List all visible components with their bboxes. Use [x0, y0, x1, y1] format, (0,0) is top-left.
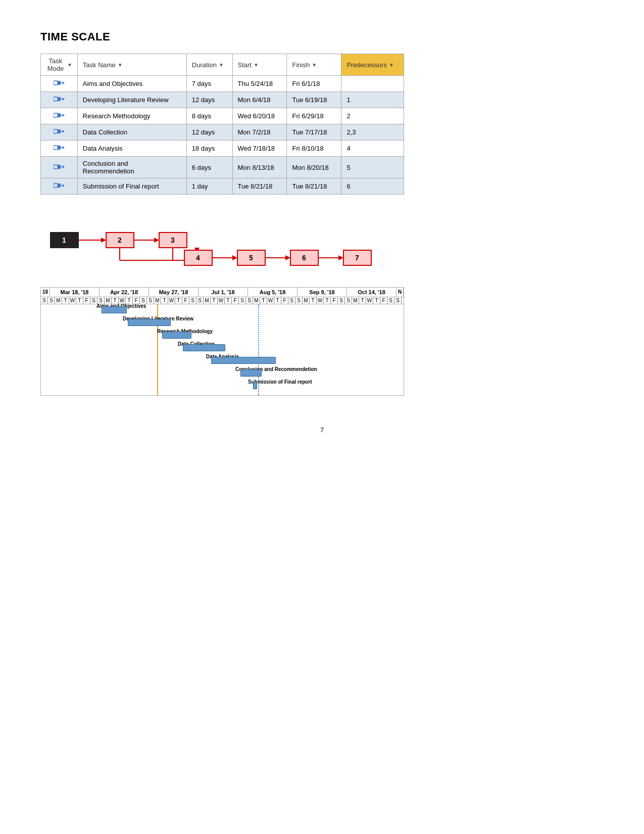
gantt-day-cell: S	[288, 297, 295, 304]
task-duration: 8 days	[186, 108, 232, 124]
gantt-day-cell: T	[175, 297, 182, 304]
task-predecessors: 6	[341, 178, 404, 195]
gantt-bar	[240, 369, 262, 377]
gantt-period-header-row: 18 Mar 18, '18 Apr 22, '18 May 27, '18 J…	[41, 288, 404, 297]
task-start: Tue 8/21/18	[232, 178, 287, 195]
gantt-day-cell: W	[69, 297, 76, 304]
page-title: TIME SCALE	[40, 30, 604, 43]
gantt-bar	[211, 357, 276, 364]
svg-marker-35	[154, 238, 159, 243]
col-header-finish[interactable]: Finish ▼	[287, 54, 341, 76]
task-name: Conclusion and Recommendetion	[77, 157, 186, 178]
gantt-day-cell: F	[182, 297, 189, 304]
gantt-day-cell: S	[41, 297, 48, 304]
svg-text:6: 6	[302, 254, 306, 262]
task-mode-icon	[54, 163, 65, 171]
gantt-day-cell: T	[225, 297, 232, 304]
task-name-dropdown-icon[interactable]: ▼	[118, 62, 123, 68]
gantt-period-sep: Sep 9, '18	[298, 288, 347, 297]
finish-dropdown-icon[interactable]: ▼	[312, 62, 317, 68]
task-start: Mon 6/4/18	[232, 92, 287, 108]
task-name: Research Methodology	[77, 108, 186, 124]
gantt-day-cell: S	[387, 297, 394, 304]
svg-rect-12	[54, 129, 58, 133]
task-mode-icon	[54, 111, 65, 119]
svg-rect-1	[58, 81, 61, 85]
gantt-bar	[162, 332, 191, 339]
gantt-task-row: Submission of Final report	[41, 380, 404, 391]
gantt-body: Aims and ObjectivesDeveloping Literature…	[41, 304, 404, 395]
svg-text:3: 3	[171, 236, 175, 244]
gantt-day-cell: M	[303, 297, 310, 304]
gantt-day-header-row: SSMTWTFSSMTWTFSSMTWTFSSMTWTFSSMTWTFSSMTW…	[41, 297, 404, 304]
svg-rect-24	[54, 183, 58, 188]
task-predecessors	[341, 76, 404, 92]
gantt-period-18: 18	[41, 288, 50, 297]
gantt-day-cell: T	[359, 297, 366, 304]
gantt-day-cell: S	[338, 297, 345, 304]
gantt-day-cell: T	[260, 297, 267, 304]
gantt-day-cell: T	[324, 297, 331, 304]
gantt-period-jul: Jul 1, '18	[199, 288, 248, 297]
col-header-start[interactable]: Start ▼	[232, 54, 287, 76]
gantt-bar	[253, 382, 257, 389]
task-mode-icon	[54, 144, 65, 152]
svg-marker-19	[63, 146, 65, 149]
gantt-day-cell: W	[317, 297, 324, 304]
task-predecessors: 4	[341, 141, 404, 157]
svg-marker-23	[63, 165, 65, 168]
gantt-table: Task Mode ▼ Task Name ▼ Duration ▼ Start	[40, 54, 404, 195]
col-header-task-name[interactable]: Task Name ▼	[77, 54, 186, 76]
gantt-period-may: May 27, '18	[149, 288, 199, 297]
task-mode-icon-cell	[41, 92, 78, 108]
svg-rect-16	[54, 146, 58, 150]
gantt-day-cell: F	[331, 297, 338, 304]
col-header-task-mode[interactable]: Task Mode ▼	[41, 54, 78, 76]
task-finish: Tue 6/19/18	[287, 92, 341, 108]
predecessors-dropdown-icon[interactable]: ▼	[389, 62, 394, 68]
start-dropdown-icon[interactable]: ▼	[254, 62, 259, 68]
gantt-period-aug: Aug 5, '18	[248, 288, 298, 297]
gantt-day-cell: F	[83, 297, 90, 304]
gantt-day-cell: W	[168, 297, 175, 304]
svg-rect-8	[54, 113, 58, 117]
gantt-day-cell: W	[218, 297, 225, 304]
task-name: Data Collection	[77, 124, 186, 141]
gantt-day-cell: F	[281, 297, 288, 304]
svg-text:5: 5	[249, 254, 253, 262]
gantt-task-row: Aims and Objectives	[41, 304, 404, 315]
svg-marker-51	[285, 255, 290, 260]
gantt-chart: 18 Mar 18, '18 Apr 22, '18 May 27, '18 J…	[40, 287, 404, 396]
svg-text:2: 2	[118, 236, 122, 244]
duration-dropdown-icon[interactable]: ▼	[219, 62, 224, 68]
task-mode-dropdown-icon[interactable]: ▼	[67, 62, 72, 68]
gantt-day-cell: T	[274, 297, 281, 304]
task-duration: 6 days	[186, 157, 232, 178]
gantt-day-cell: S	[345, 297, 352, 304]
table-row: Developing Literature Review12 daysMon 6…	[41, 92, 404, 108]
gantt-day-cell: T	[161, 297, 168, 304]
task-duration: 12 days	[186, 124, 232, 141]
gantt-task-row: Conclusion and Recommendetion	[41, 367, 404, 379]
task-mode-icon-cell	[41, 76, 78, 92]
task-mode-icon	[54, 95, 65, 103]
table-row: Submission of Final report1 dayTue 8/21/…	[41, 178, 404, 195]
task-mode-icon-cell	[41, 141, 78, 157]
col-header-predecessors[interactable]: Predecessors ▼	[341, 54, 404, 76]
svg-marker-27	[63, 184, 65, 187]
gantt-day-cell: S	[189, 297, 196, 304]
svg-rect-4	[54, 97, 58, 101]
svg-rect-13	[58, 129, 61, 133]
col-header-duration[interactable]: Duration ▼	[186, 54, 232, 76]
task-name: Developing Literature Review	[77, 92, 186, 108]
gantt-day-cell: M	[204, 297, 211, 304]
task-mode-icon-cell	[41, 124, 78, 141]
gantt-day-cell: M	[55, 297, 62, 304]
gantt-day-cell: M	[154, 297, 161, 304]
svg-rect-0	[54, 81, 58, 85]
gantt-day-cell: T	[62, 297, 69, 304]
table-row: Data Analysis18 daysWed 7/18/18Fri 8/10/…	[41, 141, 404, 157]
svg-marker-3	[63, 81, 65, 84]
gantt-bar	[183, 344, 225, 351]
task-name: Submission of Final report	[77, 178, 186, 195]
